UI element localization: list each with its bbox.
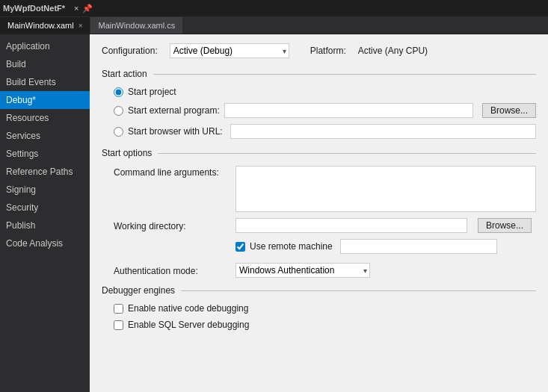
- start-external-label: Start external program:: [128, 105, 220, 116]
- radio-start-browser: Start browser with URL:: [114, 124, 536, 139]
- platform-label: Platform:: [310, 46, 346, 56]
- tab-bar: MainWindow.xaml × MainWindow.xaml.cs: [0, 16, 548, 34]
- sidebar-item-build-events[interactable]: Build Events: [0, 73, 90, 91]
- native-debug-label: Enable native code debugging: [128, 303, 248, 314]
- title-bar: MyWpfDotNetF* × 📌: [0, 0, 548, 16]
- sidebar-item-security[interactable]: Security: [0, 199, 90, 217]
- working-dir-label: Working directory:: [114, 220, 230, 231]
- cmd-args-textarea[interactable]: [235, 166, 536, 212]
- use-remote-label: Use remote machine: [250, 241, 333, 252]
- sidebar-item-build[interactable]: Build: [0, 55, 90, 73]
- sql-debug-row: Enable SQL Server debugging: [114, 320, 536, 330]
- auth-mode-select-wrap: Windows Authentication None: [235, 263, 370, 278]
- project-title: MyWpfDotNetF*: [3, 4, 65, 13]
- auth-mode-select[interactable]: Windows Authentication None: [235, 263, 370, 278]
- sidebar-item-application[interactable]: Application: [0, 37, 90, 55]
- external-program-input[interactable]: [224, 103, 473, 118]
- platform-value: Active (Any CPU): [358, 46, 428, 56]
- cmd-args-row: Command line arguments:: [114, 166, 536, 212]
- remote-machine-checkbox-row: Use remote machine MJO-DL:2046: [235, 239, 497, 254]
- cmd-args-label: Command line arguments:: [114, 166, 230, 178]
- start-action-header: Start action: [102, 69, 536, 79]
- sidebar-item-publish[interactable]: Publish: [0, 217, 90, 234]
- sidebar-item-debug[interactable]: Debug*: [0, 91, 90, 109]
- sidebar-item-signing[interactable]: Signing: [0, 181, 90, 199]
- start-action-radios: Start project Start external program: Br…: [102, 87, 536, 139]
- browse-button-external[interactable]: Browse...: [482, 103, 536, 118]
- sidebar: Application Build Build Events Debug* Re…: [0, 34, 90, 392]
- tab-main-xaml[interactable]: MainWindow.xaml ×: [0, 17, 90, 34]
- tab-main-xaml-cs[interactable]: MainWindow.xaml.cs: [90, 17, 183, 34]
- start-project-radio[interactable]: [114, 87, 123, 97]
- start-browser-label: Start browser with URL:: [128, 126, 223, 137]
- configuration-label: Configuration:: [102, 46, 158, 56]
- auth-mode-row: Authentication mode: Windows Authenticat…: [114, 263, 536, 278]
- start-external-radio[interactable]: [114, 106, 123, 116]
- content-panel: Configuration: Active (Debug) Platform: …: [90, 34, 548, 392]
- start-browser-radio[interactable]: [114, 127, 123, 137]
- debugger-engines-header: Debugger engines: [102, 285, 536, 296]
- working-dir-input[interactable]: [235, 218, 467, 233]
- sidebar-item-services[interactable]: Services: [0, 127, 90, 145]
- configuration-select-wrap: Active (Debug): [170, 43, 289, 58]
- pin-icon[interactable]: 📌: [82, 4, 93, 13]
- start-project-label: Start project: [128, 87, 176, 97]
- browse-button-workdir[interactable]: Browse...: [478, 218, 532, 233]
- debugger-engine-options: Enable native code debugging Enable SQL …: [102, 303, 536, 330]
- working-dir-row: Working directory: Browse...: [114, 218, 536, 233]
- native-debug-checkbox[interactable]: [114, 304, 123, 314]
- radio-start-project: Start project: [114, 87, 536, 97]
- sql-debug-checkbox[interactable]: [114, 320, 123, 330]
- sidebar-item-settings[interactable]: Settings: [0, 145, 90, 163]
- title-bar-close[interactable]: ×: [74, 4, 78, 13]
- browser-url-input[interactable]: [230, 124, 536, 139]
- sidebar-item-resources[interactable]: Resources: [0, 109, 90, 127]
- config-row: Configuration: Active (Debug) Platform: …: [102, 43, 536, 58]
- native-debug-row: Enable native code debugging: [114, 303, 536, 314]
- start-options-grid: Command line arguments: Working director…: [102, 166, 536, 278]
- radio-start-external: Start external program: Browse...: [114, 103, 536, 118]
- sidebar-item-reference-paths[interactable]: Reference Paths: [0, 163, 90, 181]
- auth-mode-label: Authentication mode:: [114, 264, 230, 276]
- sql-debug-label: Enable SQL Server debugging: [128, 320, 249, 330]
- use-remote-checkbox[interactable]: [235, 242, 245, 252]
- remote-machine-input[interactable]: MJO-DL:2046: [340, 239, 497, 254]
- configuration-select[interactable]: Active (Debug): [170, 43, 289, 58]
- tab-close-xaml[interactable]: ×: [78, 22, 83, 30]
- remote-machine-row: Use remote machine MJO-DL:2046: [114, 239, 536, 254]
- start-options-header: Start options: [102, 148, 536, 158]
- remote-spacer: [114, 246, 230, 247]
- sidebar-item-code-analysis[interactable]: Code Analysis: [0, 234, 90, 252]
- main-layout: Application Build Build Events Debug* Re…: [0, 34, 548, 392]
